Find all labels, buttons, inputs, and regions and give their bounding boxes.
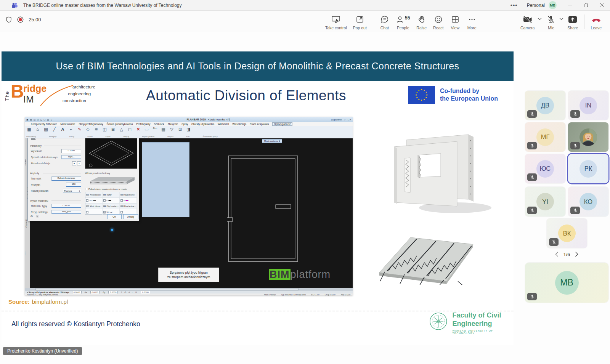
material-button: C30/37: [51, 204, 81, 208]
dialog-footer-icons: ♻ ⎘: [30, 215, 40, 218]
shape-preview-icon: [31, 138, 36, 140]
avatar: МГ: [536, 128, 554, 146]
participants-rail: ДВ IN МГ: [525, 32, 608, 364]
more-button[interactable]: More: [464, 12, 480, 30]
avatar: КО: [580, 193, 597, 210]
surface-checkbox: [85, 188, 87, 190]
account-avatar[interactable]: MB: [549, 1, 557, 9]
camera-chevron-icon[interactable]: [538, 12, 543, 20]
dialog-3d-preview: [85, 138, 137, 169]
raise-hand-button[interactable]: Raise: [413, 12, 430, 30]
chat-icon: [380, 14, 389, 24]
avatar: YI: [536, 193, 554, 210]
slide-banner: Use of BIM Technologies and AI Tools in …: [2, 51, 514, 81]
surface-view-graphic: [85, 176, 137, 186]
strop-dialog: Strop ✕ Kształt Podgląd Parametry: [27, 138, 139, 221]
faculty-logo: Faculty of Civil Engineering WARSAW UNIV…: [429, 311, 514, 335]
meeting-timer: 25:00: [29, 17, 41, 22]
planbar-toolbar-icons: ▦⌂▤╱A⌐ ✎◇≋◫⊞△ ◻✕▭Abc ▤▽⊡◨: [26, 127, 191, 132]
camera-button[interactable]: Camera: [517, 12, 538, 30]
toolbar-divider: [373, 14, 373, 29]
mic-chevron-icon[interactable]: [559, 12, 564, 20]
cancel-button: Anuluj: [123, 214, 138, 219]
participant-tile[interactable]: КО: [568, 187, 608, 216]
room-plan-drawing: [227, 154, 299, 263]
chat-button[interactable]: Chat: [376, 12, 393, 30]
raise-hand-icon: [417, 14, 426, 24]
pager-prev-icon[interactable]: [555, 252, 559, 257]
avatar: MB: [555, 271, 579, 295]
take-control-button[interactable]: Take control: [322, 12, 350, 30]
titlebar-more-icon[interactable]: •••: [505, 2, 523, 8]
mic-muted-icon: [527, 293, 537, 300]
teams-logo-icon: [11, 2, 18, 8]
planbar-quick-access-icons: ▣ ▤ ◫ ⊞ ◻ ⊟ ▥ ◇: [26, 118, 53, 121]
source-link: bimplatform.pl: [32, 298, 68, 305]
participant-tile[interactable]: ЮС: [525, 154, 565, 183]
bimplatform-watermark: BIMplatform: [269, 269, 331, 281]
cursor-point: [111, 229, 113, 231]
planbar-status-row: Naciśnij F1, aby otrzymać pomoc. Krok: P…: [25, 293, 353, 295]
participant-tile[interactable]: YI: [525, 187, 565, 216]
react-button[interactable]: React: [430, 12, 447, 30]
planbar-titlebar: ▣ ▤ ◫ ⊞ ◻ ⊟ ▥ ◇ PLANBAR 2019 - <brak rys…: [25, 117, 353, 122]
share-button[interactable]: Share: [564, 12, 581, 30]
planbar-viewport-tab: Rzut poziomy 1: [262, 139, 282, 143]
eu-flag-icon: ★★★ ★★★ ★★★ ★★★: [408, 86, 435, 104]
definition-spinner: ▴: [72, 161, 76, 165]
participant-tile[interactable]: МГ: [525, 122, 565, 152]
avatar: IN: [580, 97, 597, 114]
account-label[interactable]: Personal: [523, 3, 549, 8]
calc-dropdown: Powierz▾: [63, 189, 81, 193]
participant-tile-video[interactable]: [568, 122, 608, 152]
meeting-toolbar: 25:00 Take control Pop out: [0, 11, 610, 32]
faculty-emblem-icon: [429, 311, 448, 331]
share-icon: [568, 14, 578, 24]
view-button[interactable]: View: [447, 12, 464, 30]
svg-text:★: ★: [418, 89, 420, 91]
pop-out-icon: [355, 14, 364, 24]
svg-text:★: ★: [425, 91, 427, 93]
pager-next-icon[interactable]: [575, 252, 578, 257]
participants-pager: 1/6: [525, 250, 608, 258]
participant-tile[interactable]: IN: [568, 91, 608, 120]
participant-tile[interactable]: ДВ: [525, 91, 565, 120]
mic-muted-icon: [570, 142, 580, 149]
mic-muted-icon: [570, 110, 580, 118]
work-type-button: Roboty betonowe: [51, 176, 81, 181]
mic-muted-icon: [549, 238, 559, 246]
pop-out-button[interactable]: Pop out: [350, 12, 370, 30]
height-ref-button: Wys...: [61, 155, 81, 159]
planbar-window-controls: ? – □ ×: [344, 119, 351, 121]
planbar-login: Logowanie: [331, 119, 342, 121]
people-icon: [396, 15, 404, 24]
presenter-name-tag: Protchenko Kostiantyn (Unverified): [3, 347, 82, 355]
close-button[interactable]: [594, 0, 610, 10]
leave-button[interactable]: Leave: [588, 12, 605, 30]
mic-muted-icon: [570, 207, 580, 214]
people-button[interactable]: 55 People: [393, 12, 413, 30]
filigree-slab-image: [376, 226, 478, 285]
svg-text:★: ★: [418, 98, 420, 101]
svg-text:★: ★: [421, 88, 422, 91]
mic-button[interactable]: Mic: [543, 12, 559, 30]
restore-button[interactable]: [578, 0, 594, 10]
svg-text:★: ★: [416, 96, 418, 99]
security-shield-icon[interactable]: [5, 16, 12, 23]
local-participant-tile[interactable]: MB: [525, 263, 608, 303]
avatar: РК: [580, 160, 597, 178]
window-title: The BRIDGE online master classes from th…: [23, 3, 182, 8]
participant-tile-speaking[interactable]: РК: [568, 154, 608, 183]
slide-caption-box: Sprężenie płyt typu filigran ze stropem …: [158, 268, 219, 282]
planbar-menubar: Komponenty żelbetowe Modelowanie Strop p…: [25, 122, 353, 126]
source-line: Source:bimplatform.pl: [8, 298, 68, 305]
participant-tile[interactable]: ВК: [547, 218, 587, 248]
minimize-button[interactable]: [562, 0, 578, 10]
svg-text:★: ★: [425, 96, 427, 99]
svg-text:★: ★: [423, 98, 425, 101]
ok-button: OK: [107, 214, 122, 219]
planbar-assistant-panel: [142, 142, 189, 217]
priority-button: 100: [66, 183, 81, 187]
participant-photo: [580, 128, 597, 146]
shared-slide: Use of BIM Technologies and AI Tools in …: [2, 51, 514, 345]
